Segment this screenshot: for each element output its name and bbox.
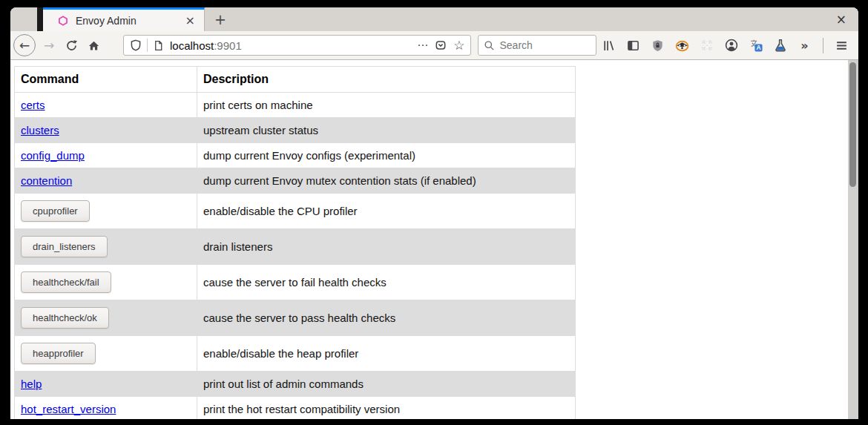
table-row: cpuprofilerenable/disable the CPU profil… — [15, 194, 576, 229]
page-info-icon[interactable] — [153, 40, 164, 51]
command-button[interactable]: cpuprofiler — [21, 200, 90, 222]
description-cell: enable/disable the CPU profiler — [197, 194, 576, 229]
scrollbar-thumb[interactable] — [849, 62, 856, 187]
table-row: hot_restart_versionprint the hot restart… — [15, 397, 576, 420]
table-header-row: Command Description — [15, 67, 576, 93]
search-box[interactable] — [478, 35, 596, 56]
command-cell: cpuprofiler — [15, 194, 197, 229]
description-cell: drain listeners — [197, 229, 576, 265]
toolbar-icon-cluster: A » — [596, 36, 854, 54]
url-bar[interactable]: localhost:9901 ⋯ ☆ — [123, 35, 471, 56]
titlebar-drag-area — [230, 7, 832, 31]
url-host: localhost — [170, 39, 214, 52]
search-icon — [484, 40, 495, 51]
back-button[interactable]: ← — [13, 34, 36, 56]
bookmark-star-icon[interactable]: ☆ — [453, 38, 464, 53]
command-cell: clusters — [15, 118, 197, 143]
command-link[interactable]: clusters — [21, 124, 59, 136]
url-port: :9901 — [214, 39, 242, 52]
command-link[interactable]: config_dump — [21, 149, 85, 162]
navigation-toolbar: ← → — [10, 31, 858, 60]
description-cell: print certs on machine — [197, 93, 576, 118]
command-cell: config_dump — [15, 143, 197, 168]
sidebar-icon[interactable] — [626, 36, 641, 54]
command-link[interactable]: hot_restart_version — [21, 403, 116, 415]
table-row: certsprint certs on machine — [15, 93, 576, 118]
tab-title: Envoy Admin — [76, 15, 183, 27]
firefox-window: Envoy Admin × + × ← → — [10, 7, 858, 419]
command-cell: contention — [15, 168, 197, 194]
command-button[interactable]: healthcheck/fail — [21, 271, 111, 293]
description-cell: cause the server to pass health checks — [197, 300, 576, 336]
table-row: healthcheck/okcause the server to pass h… — [15, 300, 576, 336]
description-column-header: Description — [197, 67, 576, 93]
search-input[interactable] — [499, 39, 581, 51]
command-button[interactable]: healthcheck/ok — [21, 307, 109, 329]
command-cell: hot_restart_version — [15, 397, 197, 420]
command-cell: healthcheck/fail — [15, 265, 197, 300]
disabled-extension-icon[interactable] — [700, 36, 714, 54]
command-cell: certs — [15, 93, 197, 118]
command-link[interactable]: contention — [21, 174, 72, 187]
command-cell: healthcheck/ok — [15, 300, 197, 336]
description-cell: print out list of admin commands — [197, 372, 576, 397]
command-cell: help — [15, 372, 197, 397]
flask-extension-icon[interactable] — [773, 36, 788, 54]
titlebar-drag-spacer — [10, 7, 37, 31]
tab-close-icon[interactable]: × — [183, 13, 198, 28]
table-row: contentiondump current Envoy mutex conte… — [15, 168, 576, 194]
command-cell: heapprofiler — [15, 336, 197, 372]
translate-extension-icon[interactable]: A — [749, 36, 763, 54]
description-cell: dump current Envoy configs (experimental… — [197, 143, 576, 168]
privacy-badger-extension-icon[interactable] — [675, 36, 690, 54]
table-row: heapprofilerenable/disable the heap prof… — [15, 336, 576, 372]
pre-tab-separator — [37, 7, 43, 31]
description-cell: cause the server to fail health checks — [197, 265, 576, 300]
tab-envoy-admin[interactable]: Envoy Admin × — [43, 7, 205, 31]
description-cell: print the hot restart compatibility vers… — [197, 397, 576, 420]
overflow-chevron-icon[interactable]: » — [798, 36, 812, 54]
hamburger-menu-icon[interactable] — [835, 36, 849, 54]
shield-lock-extension-icon[interactable] — [651, 36, 665, 54]
command-button[interactable]: heapprofiler — [21, 343, 96, 364]
tab-bar: Envoy Admin × + × — [10, 7, 858, 31]
svg-text:A: A — [756, 44, 760, 51]
description-cell: upstream cluster status — [197, 118, 576, 143]
command-link[interactable]: help — [21, 378, 42, 390]
admin-commands-table: Command Description certsprint certs on … — [14, 66, 576, 419]
reload-icon[interactable] — [62, 36, 80, 54]
table-row: config_dumpdump current Envoy configs (e… — [15, 143, 576, 168]
browser-viewport: Command Description certsprint certs on … — [10, 60, 858, 419]
new-tab-button[interactable]: + — [211, 10, 230, 29]
envoy-admin-page: Command Description certsprint certs on … — [10, 60, 848, 419]
library-icon[interactable] — [602, 36, 617, 54]
account-icon[interactable] — [724, 36, 739, 54]
table-row: drain_listenersdrain listeners — [15, 229, 576, 265]
table-row: helpprint out list of admin commands — [15, 372, 576, 397]
tracking-protection-shield-icon[interactable] — [130, 39, 142, 51]
toolbar-separator — [823, 38, 823, 53]
table-row: healthcheck/failcause the server to fail… — [15, 265, 576, 300]
description-cell: enable/disable the heap profiler — [197, 336, 576, 372]
urlbar-separator — [147, 39, 148, 52]
command-cell: drain_listeners — [15, 229, 197, 265]
command-column-header: Command — [15, 67, 197, 93]
desktop-background: Envoy Admin × + × ← → — [0, 0, 868, 425]
description-cell: dump current Envoy mutex contention stat… — [197, 168, 576, 194]
pocket-icon[interactable] — [435, 39, 447, 51]
window-close-button[interactable]: × — [832, 12, 851, 27]
url-text[interactable]: localhost:9901 — [170, 39, 410, 52]
envoy-hexagon-icon — [58, 16, 68, 26]
forward-button[interactable]: → — [40, 36, 58, 54]
command-link[interactable]: certs — [21, 99, 45, 111]
page-actions-icon[interactable]: ⋯ — [417, 39, 428, 52]
vertical-scrollbar[interactable] — [848, 60, 858, 419]
home-icon[interactable] — [85, 36, 102, 54]
table-row: clustersupstream cluster status — [15, 118, 576, 143]
command-button[interactable]: drain_listeners — [21, 236, 108, 257]
